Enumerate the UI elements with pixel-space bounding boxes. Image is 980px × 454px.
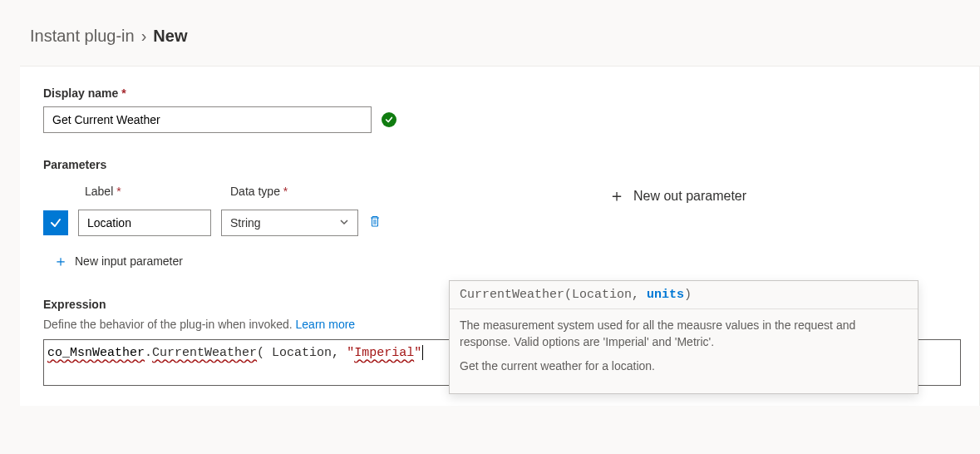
add-out-parameter-button[interactable]: ＋ New out parameter bbox=[608, 185, 746, 207]
chevron-right-icon: › bbox=[141, 27, 147, 46]
parameter-row: String bbox=[43, 210, 542, 236]
col-label-header: Label bbox=[85, 185, 230, 198]
display-name-input[interactable] bbox=[43, 106, 372, 133]
param-type-dropdown[interactable]: String bbox=[221, 210, 358, 236]
add-out-label: New out parameter bbox=[633, 189, 746, 204]
breadcrumb-parent[interactable]: Instant plug-in bbox=[30, 27, 135, 46]
breadcrumb: Instant plug-in › New bbox=[0, 0, 980, 66]
chevron-down-icon bbox=[339, 216, 349, 229]
delete-icon[interactable] bbox=[368, 215, 382, 231]
tooltip-signature: CurrentWeather(Location, units) bbox=[450, 281, 918, 309]
plus-icon: ＋ bbox=[53, 251, 68, 271]
plus-icon: ＋ bbox=[608, 185, 625, 207]
in-param-checkbox[interactable] bbox=[43, 210, 68, 235]
checkmark-circle-icon bbox=[382, 112, 396, 127]
breadcrumb-current: New bbox=[153, 27, 187, 46]
parameters-label: Parameters bbox=[43, 158, 956, 171]
expr-object: co_MsnWeather bbox=[47, 346, 145, 360]
expr-function: CurrentWeather bbox=[152, 346, 257, 360]
expr-string: Imperial bbox=[354, 346, 414, 360]
learn-more-link[interactable]: Learn more bbox=[296, 318, 356, 331]
intellisense-tooltip: CurrentWeather(Location, units) The meas… bbox=[449, 280, 918, 394]
tooltip-fn-desc: Get the current weather for a location. bbox=[460, 358, 908, 375]
text-cursor bbox=[422, 345, 423, 360]
expr-arg1: Location bbox=[272, 346, 332, 360]
tooltip-body: The measurement system used for all the … bbox=[450, 309, 918, 393]
add-input-parameter-button[interactable]: ＋ New input parameter bbox=[53, 251, 183, 271]
tooltip-active-param: units bbox=[647, 288, 684, 302]
display-name-label: Display name bbox=[43, 86, 956, 100]
col-type-header: Data type bbox=[230, 185, 372, 198]
param-type-value: String bbox=[230, 216, 261, 229]
tooltip-param-desc: The measurement system used for all the … bbox=[460, 318, 908, 350]
add-input-label: New input parameter bbox=[75, 254, 183, 268]
param-label-input[interactable] bbox=[78, 210, 211, 236]
